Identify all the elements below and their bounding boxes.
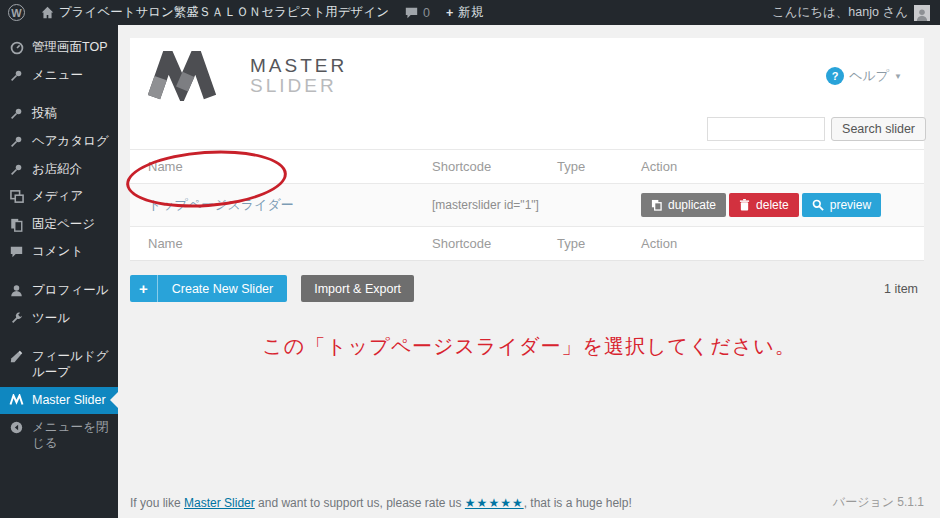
home-icon (41, 6, 54, 19)
version-label: バージョン 5.1.1 (833, 494, 924, 511)
comment-bubble-icon (405, 6, 418, 19)
sidebar-item-master-slider[interactable]: Master Slider (0, 387, 118, 415)
site-name-link[interactable]: プライベートサロン繁盛ＳＡＬＯＮセラピスト用デザイン (33, 0, 397, 25)
site-name-label: プライベートサロン繁盛ＳＡＬＯＮセラピスト用デザイン (59, 4, 389, 21)
sidebar-item-pages[interactable]: 固定ページ (0, 211, 118, 239)
help-icon: ? (826, 67, 844, 85)
sidebar-item-label: プロフィール (32, 283, 108, 299)
new-content-menu[interactable]: + 新規 (438, 0, 491, 25)
sidebar-item-menu[interactable]: メニュー (0, 62, 118, 90)
column-action: Action (641, 159, 909, 174)
sidebar-item-hair-catalog[interactable]: ヘアカタログ (0, 128, 118, 156)
sidebar-item-label: お店紹介 (32, 162, 82, 178)
caret-down-icon: ▼ (894, 72, 902, 81)
table-header: Name Shortcode Type Action (130, 149, 924, 183)
field-group-icon (9, 350, 24, 363)
sidebar-item-field-group[interactable]: フィールドグループ (0, 343, 118, 386)
sidebar-item-label: フィールドグループ (32, 349, 110, 380)
comment-icon (9, 245, 24, 258)
page-footer: If you like Master Slider and want to su… (130, 494, 924, 511)
logo-text-slider: SLIDER (250, 76, 347, 96)
sidebar-item-label: 投稿 (32, 106, 57, 122)
plus-icon: + (446, 6, 453, 20)
media-icon (9, 190, 24, 203)
column-name: Name (148, 159, 432, 174)
sidebar-item-label: Master Slider (32, 393, 106, 409)
slider-toolbar: + Create New Slider Import & Export 1 it… (130, 275, 924, 302)
admin-sidebar: 管理画面TOP メニュー 投稿 ヘアカタログ お店紹介 メディア 固定ページ (0, 25, 118, 518)
master-slider-panel: MASTER SLIDER ? ヘルプ ▼ Search slider Name… (130, 38, 924, 261)
sidebar-item-label: 管理画面TOP (32, 40, 107, 56)
footer-text-prefix: If you like (130, 496, 184, 510)
magnifier-icon (812, 199, 824, 211)
pin-icon (9, 135, 24, 148)
search-slider-button[interactable]: Search slider (831, 117, 926, 141)
sidebar-item-dashboard[interactable]: 管理画面TOP (0, 34, 118, 62)
slider-shortcode: [masterslider id="1"] (432, 198, 557, 212)
footer-rate-text: If you like Master Slider and want to su… (130, 496, 632, 510)
column-name: Name (148, 236, 432, 251)
wrench-icon (9, 312, 24, 325)
help-dropdown[interactable]: ? ヘルプ ▼ (826, 67, 902, 85)
import-export-button[interactable]: Import & Export (301, 275, 414, 302)
main-content: MASTER SLIDER ? ヘルプ ▼ Search slider Name… (118, 25, 940, 518)
master-slider-logo-mark (148, 51, 236, 101)
sidebar-item-label: ツール (32, 311, 70, 327)
delete-label: delete (756, 198, 789, 212)
admin-bar: W プライベートサロン繁盛ＳＡＬＯＮセラピスト用デザイン 0 + 新規 こんにち… (0, 0, 940, 25)
master-slider-icon (9, 394, 24, 406)
sidebar-item-label: 固定ページ (32, 217, 95, 233)
column-action: Action (641, 236, 909, 251)
trash-icon (739, 199, 750, 211)
pin-icon (9, 69, 24, 82)
sidebar-item-profile[interactable]: プロフィール (0, 277, 118, 305)
footer-text-middle: and want to support us, please rate us (255, 496, 465, 510)
comments-shortcut[interactable]: 0 (397, 0, 438, 25)
master-slider-link[interactable]: Master Slider (184, 496, 255, 510)
search-input[interactable] (707, 117, 825, 141)
avatar[interactable] (914, 5, 930, 21)
wordpress-icon: W (8, 4, 25, 21)
slider-name-link[interactable]: トップページスライダー (148, 197, 294, 212)
column-type: Type (557, 236, 641, 251)
sidebar-item-media[interactable]: メディア (0, 183, 118, 211)
preview-button[interactable]: preview (802, 193, 881, 217)
pin-icon (9, 107, 24, 120)
sidebar-item-shop-intro[interactable]: お店紹介 (0, 156, 118, 184)
sidebar-item-label: メニュー (32, 68, 83, 84)
duplicate-label: duplicate (668, 198, 716, 212)
help-label: ヘルプ (849, 67, 889, 85)
user-icon (9, 284, 24, 297)
dashboard-icon (9, 41, 24, 55)
sidebar-item-posts[interactable]: 投稿 (0, 100, 118, 128)
item-count: 1 item (884, 282, 924, 296)
delete-button[interactable]: delete (729, 193, 799, 217)
sidebar-item-label: メディア (32, 189, 83, 205)
instruction-text: この「トップページスライダー」を選択してください。 (118, 333, 940, 360)
sidebar-item-collapse-menu[interactable]: メニューを閉じる (0, 414, 118, 457)
logo-text-master: MASTER (250, 56, 347, 76)
wp-logo-menu[interactable]: W (0, 0, 33, 25)
table-footer: Name Shortcode Type Action (130, 226, 924, 260)
column-shortcode: Shortcode (432, 236, 557, 251)
table-row: トップページスライダー [masterslider id="1"] duplic… (130, 183, 924, 226)
create-new-slider-label: Create New Slider (158, 275, 287, 302)
create-new-slider-button[interactable]: + Create New Slider (130, 275, 287, 302)
footer-text-suffix: , that is a huge help! (524, 496, 632, 510)
sidebar-item-label: コメント (32, 244, 83, 260)
rating-stars-link[interactable]: ★★★★★ (465, 496, 524, 510)
pin-icon (9, 163, 24, 176)
column-type: Type (557, 159, 641, 174)
duplicate-icon (651, 199, 662, 211)
new-label: 新規 (458, 4, 483, 21)
collapse-arrow-icon (9, 421, 24, 434)
sidebar-item-tools[interactable]: ツール (0, 305, 118, 333)
user-greeting[interactable]: こんにちは、hanjo さん (772, 4, 908, 21)
sidebar-item-label: ヘアカタログ (32, 134, 109, 150)
duplicate-button[interactable]: duplicate (641, 193, 726, 217)
comment-count: 0 (423, 6, 430, 20)
sidebar-item-comments[interactable]: コメント (0, 238, 118, 266)
pages-icon (9, 218, 24, 232)
preview-label: preview (830, 198, 871, 212)
column-shortcode: Shortcode (432, 159, 557, 174)
